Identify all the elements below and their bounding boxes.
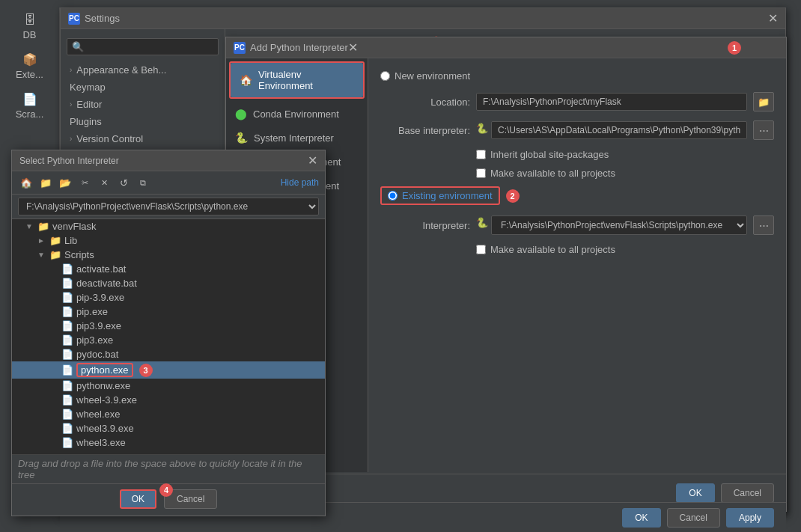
settings-ok-button[interactable]: OK	[622, 508, 660, 528]
toolbar-home-button[interactable]: 🏠	[18, 174, 34, 191]
db-icon-item[interactable]: 🗄 DB	[0, 7, 59, 46]
tree-item-pythonexe[interactable]: 📄 python.exe 3	[12, 361, 325, 379]
file-icon: 📄	[61, 278, 73, 289]
scratch-icon-item[interactable]: 📄 Scra...	[0, 86, 59, 126]
tree-item-venvflask[interactable]: ▼ 📁 venvFlask	[12, 219, 325, 233]
file-icon: 📄	[61, 306, 73, 317]
interp-type-conda[interactable]: ⬤ Conda Environment	[226, 102, 368, 126]
tree-item-wheel39exe2[interactable]: 📄 wheel3.9.exe	[12, 421, 325, 435]
base-interp-input[interactable]	[491, 121, 747, 139]
python-icon: 🐍	[476, 123, 488, 139]
conda-icon: ⬤	[235, 108, 247, 120]
settings-apply-button[interactable]: Apply	[726, 508, 774, 528]
sidebar-item-appearance[interactable]: › Appearance & Beh...	[61, 61, 225, 79]
dialog-close-button[interactable]: ✕	[308, 153, 317, 168]
location-browse-button[interactable]: 📁	[753, 92, 774, 111]
existing-env-row: Existing environment 2	[380, 186, 774, 205]
add-interpreter-titlebar: PC Add Python Interpreter 1 ✕	[226, 37, 786, 58]
dialog-tree[interactable]: ▼ 📁 venvFlask ► 📁 Lib ▼ 📁 Scripts 📄 acti…	[12, 219, 325, 454]
interp-type-system[interactable]: 🐍 System Interpreter	[226, 126, 368, 150]
sidebar-item-vcs[interactable]: › Version Control	[61, 130, 225, 147]
add-interpreter-close-button[interactable]: ✕	[348, 40, 358, 55]
make-available-new-checkbox[interactable]	[476, 168, 486, 178]
base-interp-browse-button[interactable]: ⋯	[753, 120, 774, 140]
file-icon: 📄	[61, 380, 73, 391]
settings-search-bar[interactable]: 🔍	[67, 38, 219, 55]
file-icon: 📄	[61, 292, 73, 303]
settings-titlebar: PC Settings ✕	[61, 8, 785, 29]
new-env-radio-input[interactable]	[380, 71, 390, 81]
file-icon: 📄	[61, 437, 73, 448]
tree-item-wheel3exe[interactable]: 📄 wheel3.exe	[12, 435, 325, 450]
drop-hint-text: Drag and drop a file into the space abov…	[18, 458, 302, 480]
inherit-label: Inherit global site-packages	[490, 149, 609, 160]
sidebar-item-editor[interactable]: › Editor	[61, 96, 225, 113]
toolbar-newfolder-button[interactable]: 📂	[57, 174, 73, 191]
interpreter-config: New environment Location: 📁 Base interpr…	[368, 58, 786, 472]
path-select[interactable]: F:\Analysis\PythonProject\venvFlask\Scri…	[18, 198, 319, 215]
tree-item-wheel39exe[interactable]: 📄 wheel-3.9.exe	[12, 393, 325, 407]
tree-item-wheelexe[interactable]: 📄 wheel.exe	[12, 407, 325, 421]
interp-python-icon: 🐍	[476, 217, 488, 235]
inherit-checkbox[interactable]	[476, 150, 486, 159]
add-interpreter-cancel-button[interactable]: Cancel	[721, 483, 774, 503]
tree-item-label: python.exe	[76, 363, 133, 377]
file-icon: 📄	[61, 334, 73, 346]
system-icon: 🐍	[235, 132, 248, 144]
badge-4: 4	[159, 483, 173, 497]
tree-item-pip39exe2[interactable]: 📄 pip3.9.exe	[12, 319, 325, 333]
location-input[interactable]	[476, 93, 747, 111]
make-available-existing-checkbox[interactable]	[476, 245, 486, 254]
arrow-icon: ›	[70, 100, 72, 108]
hide-path-button[interactable]: Hide path	[281, 177, 319, 188]
location-label: Location:	[380, 97, 470, 108]
make-available-existing-checkbox-row: Make available to all projects	[476, 244, 774, 255]
tree-item-pip39exe[interactable]: 📄 pip-3.9.exe	[12, 290, 325, 305]
existing-env-highlight[interactable]: Existing environment	[380, 186, 500, 205]
interp-type-virtualenv[interactable]: 🏠 Virtualenv Environment	[231, 63, 363, 97]
settings-cancel-button[interactable]: Cancel	[667, 508, 720, 528]
tree-item-pipexe[interactable]: 📄 pip.exe	[12, 305, 325, 319]
tree-item-pythonwexe[interactable]: 📄 pythonw.exe	[12, 379, 325, 393]
folder-icon: 📁	[49, 249, 61, 260]
tree-item-label: wheel3.9.exe	[76, 423, 134, 434]
existing-env-radio-input[interactable]	[388, 191, 398, 201]
interp-type-label: Virtualenv Environment	[258, 69, 354, 91]
settings-title-left: PC Settings	[68, 13, 120, 25]
toggle-icon: ▼	[36, 251, 46, 259]
tree-item-deactivatebat[interactable]: 📄 deactivate.bat	[12, 276, 325, 290]
interpreter-select[interactable]: F:\Analysis\PythonProject\venvFlask\Scri…	[491, 215, 747, 235]
add-interpreter-ok-button[interactable]: OK	[676, 483, 714, 503]
tree-item-label: Scripts	[64, 249, 94, 260]
dialog-ok-button[interactable]: OK	[120, 489, 156, 509]
sidebar-item-keymap[interactable]: Keymap	[61, 79, 225, 96]
folder-icon: 📁	[49, 235, 61, 246]
dialog-toolbar: 🏠 📁 📂 ✂ ✕ ↺ ⧉ Hide path	[12, 171, 325, 195]
toolbar-cut-button[interactable]: ✂	[76, 174, 93, 191]
tree-item-activatebat[interactable]: 📄 activate.bat	[12, 262, 325, 276]
tree-item-label: deactivate.bat	[76, 278, 137, 289]
tree-item-lib[interactable]: ► 📁 Lib	[12, 233, 325, 248]
tree-item-scripts[interactable]: ▼ 📁 Scripts	[12, 248, 325, 262]
new-env-radio[interactable]: New environment	[380, 70, 774, 82]
sidebar-item-plugins[interactable]: Plugins	[61, 113, 225, 130]
toolbar-refresh-button[interactable]: ↺	[115, 174, 132, 191]
toolbar-copy-button[interactable]: ⧉	[135, 174, 151, 191]
file-icon: 📄	[61, 364, 73, 376]
dialog-footer: OK 4 Cancel	[12, 483, 325, 513]
toolbar-delete-button[interactable]: ✕	[96, 174, 112, 191]
tree-item-label: Lib	[64, 235, 77, 246]
settings-close-button[interactable]: ✕	[768, 11, 778, 25]
folder-icon: 📁	[37, 221, 49, 232]
ext-icon-item[interactable]: 📦 Exte...	[0, 46, 59, 86]
scratch-label: Scra...	[16, 108, 44, 120]
tree-item-pydocbat[interactable]: 📄 pydoc.bat	[12, 347, 325, 361]
interpreter-browse-button[interactable]: ⋯	[753, 215, 774, 235]
toolbar-folder-button[interactable]: 📁	[37, 174, 54, 191]
search-icon: 🔍	[72, 41, 84, 52]
base-interp-row: Base interpreter: 🐍 ⋯	[380, 120, 774, 140]
make-available-new-checkbox-row: Make available to all projects	[476, 168, 774, 179]
tree-item-pip3exe[interactable]: 📄 pip3.exe	[12, 333, 325, 347]
settings-search-input[interactable]	[87, 42, 213, 52]
toggle-icon: ►	[36, 236, 46, 245]
